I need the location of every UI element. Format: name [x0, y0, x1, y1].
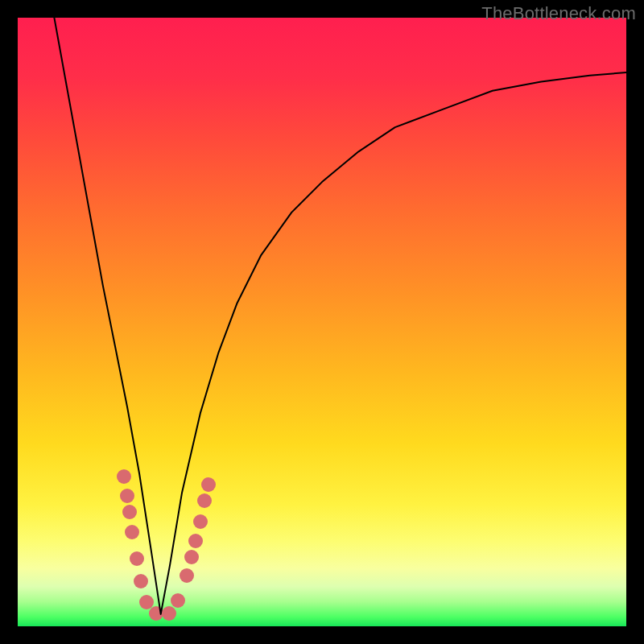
marker-dot	[184, 550, 199, 564]
marker-dot	[139, 595, 154, 609]
marker-dot	[201, 477, 216, 492]
marker-dot	[197, 493, 212, 508]
watermark-text: TheBottleneck.com	[481, 3, 636, 24]
marker-dot	[130, 551, 144, 566]
plot-area	[18, 18, 626, 626]
marker-dot	[171, 593, 185, 608]
marker-dot	[188, 534, 203, 548]
marker-dot	[134, 574, 148, 588]
chart-frame: TheBottleneck.com	[0, 0, 644, 644]
marker-dot	[180, 568, 194, 583]
marker-dot	[193, 514, 208, 529]
marker-dot	[117, 469, 131, 484]
marker-dot	[122, 505, 137, 519]
marker-dot	[162, 606, 176, 621]
gradient-background	[18, 18, 626, 626]
marker-dot	[125, 525, 139, 539]
marker-dot	[120, 489, 134, 503]
chart-svg	[18, 18, 626, 626]
